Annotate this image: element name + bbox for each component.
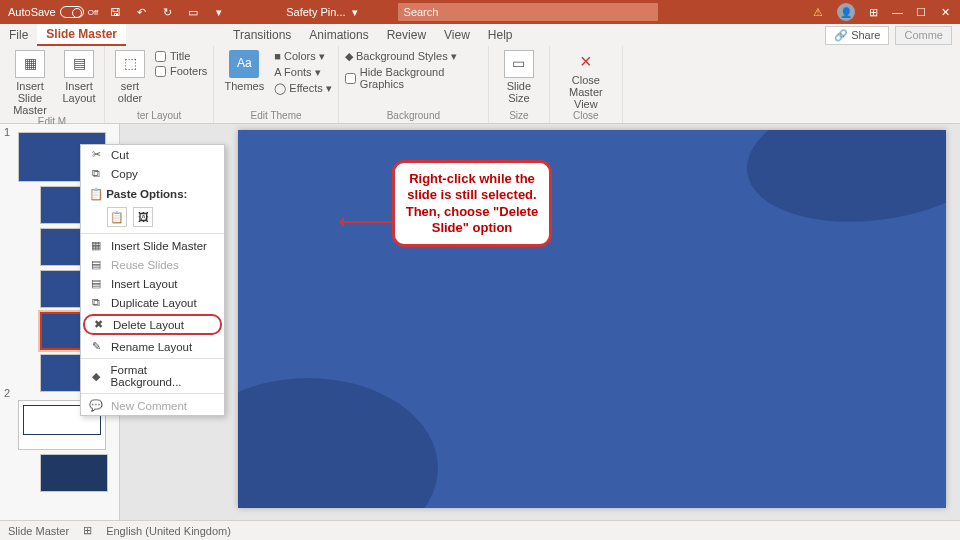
layout-thumb[interactable] bbox=[40, 454, 108, 492]
ctx-cut[interactable]: ✂Cut bbox=[81, 145, 224, 164]
paste-use-destination-icon[interactable]: 📋 bbox=[107, 207, 127, 227]
autosave-toggle[interactable]: AutoSave Off bbox=[0, 6, 98, 18]
themes-icon: Aa bbox=[229, 50, 259, 78]
ctx-insert-slide-master[interactable]: ▦Insert Slide Master bbox=[81, 236, 224, 255]
insert-placeholder-label: sert older bbox=[118, 80, 142, 104]
tab-transitions[interactable]: Transitions bbox=[224, 24, 300, 46]
insert-placeholder-button[interactable]: ⬚ sert older bbox=[111, 50, 149, 104]
maximize-button[interactable]: ☐ bbox=[916, 6, 926, 19]
instruction-callout: Right-click while the slide is still sel… bbox=[392, 160, 552, 247]
warning-icon[interactable]: ⚠ bbox=[813, 6, 823, 19]
tab-help[interactable]: Help bbox=[479, 24, 522, 46]
title-bar: AutoSave Off 🖫 ↶ ↻ ▭ ▾ Safety Pin... ▾ ⚠… bbox=[0, 0, 960, 24]
search-input[interactable] bbox=[398, 3, 658, 21]
title-checkbox[interactable]: Title bbox=[155, 50, 207, 62]
share-button[interactable]: 🔗 Share bbox=[825, 26, 889, 45]
autosave-label: AutoSave bbox=[8, 6, 56, 18]
layout-icon: ▤ bbox=[64, 50, 94, 78]
placeholder-icon: ⬚ bbox=[115, 50, 145, 78]
tab-animations[interactable]: Animations bbox=[300, 24, 377, 46]
ctx-reuse-slides: ▤Reuse Slides bbox=[81, 255, 224, 274]
group-edit-theme-label: Edit Theme bbox=[220, 110, 332, 123]
group-close: × Close Master View Close bbox=[550, 46, 623, 123]
save-icon[interactable]: 🖫 bbox=[108, 6, 122, 19]
close-master-view-button[interactable]: × Close Master View bbox=[556, 50, 616, 110]
redo-icon[interactable]: ↻ bbox=[160, 6, 174, 19]
tab-view[interactable]: View bbox=[435, 24, 479, 46]
group-background: ◆ Background Styles ▾ Hide Background Gr… bbox=[339, 46, 489, 123]
duplicate-icon: ⧉ bbox=[89, 296, 103, 309]
themes-label: Themes bbox=[224, 80, 264, 92]
footers-chk-label: Footers bbox=[170, 65, 207, 77]
ctx-fb-label: Format Background... bbox=[111, 364, 218, 388]
decorative-shape bbox=[738, 130, 946, 237]
tab-slide-master[interactable]: Slide Master bbox=[37, 24, 126, 46]
tab-review[interactable]: Review bbox=[378, 24, 435, 46]
group-size: ▭ Slide Size Size bbox=[489, 46, 550, 123]
account-avatar[interactable]: 👤 bbox=[837, 3, 855, 21]
delete-icon: ✖ bbox=[91, 318, 105, 331]
separator bbox=[81, 393, 224, 394]
ribbon-tabs: File Slide Master Home Insert Transition… bbox=[0, 24, 960, 46]
group-edit-master: ▦ Insert Slide Master ▤ Insert Layout Ed… bbox=[0, 46, 105, 123]
fonts-dropdown[interactable]: A Fonts ▾ bbox=[274, 66, 332, 79]
slide-size-icon: ▭ bbox=[504, 50, 534, 78]
themes-button[interactable]: Aa Themes bbox=[220, 50, 268, 92]
minimize-button[interactable]: — bbox=[892, 6, 902, 18]
comments-button[interactable]: Comme bbox=[895, 26, 952, 45]
ctx-ism-label: Insert Slide Master bbox=[111, 240, 207, 252]
group-background-label: Background bbox=[345, 110, 482, 123]
hide-bg-checkbox[interactable]: Hide Background Graphics bbox=[345, 66, 482, 90]
ctx-rename-layout[interactable]: ✎Rename Layout bbox=[81, 337, 224, 356]
paste-picture-icon[interactable]: 🖼 bbox=[133, 207, 153, 227]
insert-slide-master-button[interactable]: ▦ Insert Slide Master bbox=[6, 50, 54, 116]
callout-arrow bbox=[342, 221, 396, 223]
effects-dropdown[interactable]: ◯ Effects ▾ bbox=[274, 82, 332, 95]
start-slideshow-icon[interactable]: ▭ bbox=[186, 6, 200, 19]
master-index-1: 1 bbox=[4, 126, 10, 138]
toggle-icon bbox=[60, 6, 84, 18]
footers-checkbox[interactable]: Footers bbox=[155, 65, 207, 77]
autosave-state: Off bbox=[88, 8, 99, 17]
separator bbox=[81, 233, 224, 234]
colors-dropdown[interactable]: ■ Colors ▾ bbox=[274, 50, 332, 63]
insert-slide-master-label: Insert Slide Master bbox=[6, 80, 54, 116]
master-index-2: 2 bbox=[4, 387, 10, 399]
slide-master-icon: ▦ bbox=[89, 239, 103, 252]
ctx-nc-label: New Comment bbox=[111, 400, 187, 412]
ctx-duplicate-layout[interactable]: ⧉Duplicate Layout bbox=[81, 293, 224, 312]
insert-layout-label: Insert Layout bbox=[62, 80, 95, 104]
comment-icon: 💬 bbox=[89, 399, 103, 412]
ctx-cut-label: Cut bbox=[111, 149, 129, 161]
group-master-layout: ⬚ sert older Title Footers ter Layout bbox=[105, 46, 214, 123]
accessibility-icon[interactable]: ⊞ bbox=[83, 524, 92, 537]
document-title[interactable]: Safety Pin... ▾ bbox=[286, 6, 357, 19]
tab-file[interactable]: File bbox=[0, 24, 37, 46]
background-styles-dropdown[interactable]: ◆ Background Styles ▾ bbox=[345, 50, 482, 63]
qat-dropdown-icon[interactable]: ▾ bbox=[212, 6, 226, 19]
ctx-copy-label: Copy bbox=[111, 168, 138, 180]
hide-bg-label: Hide Background Graphics bbox=[360, 66, 482, 90]
ctx-copy[interactable]: ⧉Copy bbox=[81, 164, 224, 183]
separator bbox=[81, 358, 224, 359]
ctx-paste-options: 📋 🖼 bbox=[81, 203, 224, 231]
slide-canvas[interactable] bbox=[238, 130, 946, 508]
doc-title-text: Safety Pin... bbox=[286, 6, 345, 18]
chevron-down-icon: ▾ bbox=[352, 6, 358, 19]
group-close-label: Close bbox=[556, 110, 616, 123]
copy-icon: ⧉ bbox=[89, 167, 103, 180]
title-chk-label: Title bbox=[170, 50, 190, 62]
ribbon-display-icon[interactable]: ⊞ bbox=[869, 6, 878, 19]
status-language[interactable]: English (United Kingdom) bbox=[106, 525, 231, 537]
ctx-ren-label: Rename Layout bbox=[111, 341, 192, 353]
status-view-mode[interactable]: Slide Master bbox=[8, 525, 69, 537]
ctx-insert-layout[interactable]: ▤Insert Layout bbox=[81, 274, 224, 293]
ctx-format-background[interactable]: ◆Format Background... bbox=[81, 361, 224, 391]
group-size-label: Size bbox=[495, 110, 543, 123]
ctx-delete-layout[interactable]: ✖Delete Layout bbox=[83, 314, 222, 335]
close-window-button[interactable]: ✕ bbox=[940, 6, 950, 19]
undo-icon[interactable]: ↶ bbox=[134, 6, 148, 19]
insert-layout-button[interactable]: ▤ Insert Layout bbox=[60, 50, 98, 104]
slide-size-button[interactable]: ▭ Slide Size bbox=[495, 50, 543, 104]
quick-access-toolbar: 🖫 ↶ ↻ ▭ ▾ bbox=[108, 6, 226, 19]
